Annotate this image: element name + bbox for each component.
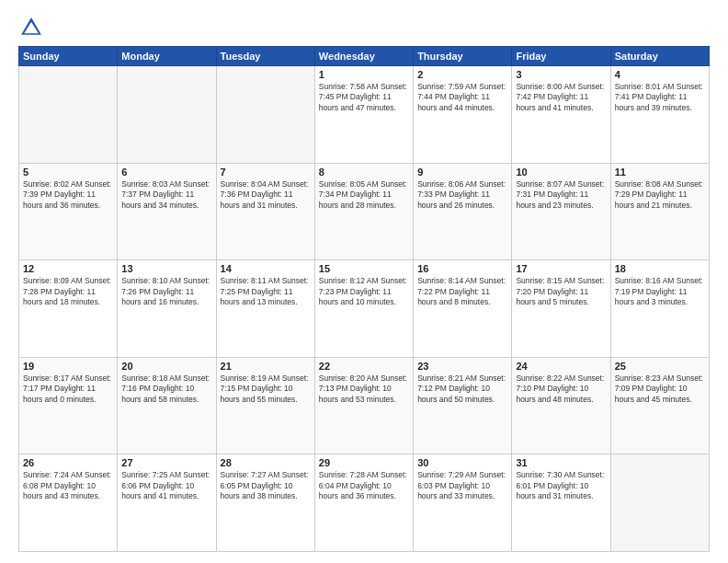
calendar-cell: 12Sunrise: 8:09 AM Sunset: 7:28 PM Dayli…: [19, 260, 118, 358]
day-number: 3: [516, 69, 606, 80]
day-info: Sunrise: 8:22 AM Sunset: 7:10 PM Dayligh…: [516, 373, 606, 405]
day-info: Sunrise: 7:29 AM Sunset: 6:03 PM Dayligh…: [417, 470, 507, 501]
day-info: Sunrise: 8:08 AM Sunset: 7:29 PM Dayligh…: [615, 179, 705, 211]
day-number: 27: [121, 457, 211, 468]
day-number: 13: [121, 263, 211, 274]
calendar-cell: 20Sunrise: 8:18 AM Sunset: 7:16 PM Dayli…: [118, 357, 216, 454]
day-info: Sunrise: 8:18 AM Sunset: 7:16 PM Dayligh…: [121, 373, 211, 405]
weekday-header-row: SundayMondayTuesdayWednesdayThursdayFrid…: [19, 47, 710, 66]
day-info: Sunrise: 8:01 AM Sunset: 7:41 PM Dayligh…: [615, 82, 705, 113]
day-info: Sunrise: 8:17 AM Sunset: 7:17 PM Dayligh…: [23, 373, 113, 405]
calendar-cell: 4Sunrise: 8:01 AM Sunset: 7:41 PM Daylig…: [610, 66, 709, 164]
calendar-week-row: 1Sunrise: 7:58 AM Sunset: 7:45 PM Daylig…: [19, 66, 710, 164]
day-info: Sunrise: 7:58 AM Sunset: 7:45 PM Dayligh…: [319, 82, 409, 113]
day-info: Sunrise: 8:20 AM Sunset: 7:13 PM Dayligh…: [319, 373, 409, 405]
calendar-cell: [19, 66, 118, 164]
day-number: 23: [417, 361, 507, 372]
day-info: Sunrise: 8:16 AM Sunset: 7:19 PM Dayligh…: [615, 276, 705, 307]
day-number: 1: [319, 69, 409, 80]
calendar-cell: 17Sunrise: 8:15 AM Sunset: 7:20 PM Dayli…: [512, 260, 610, 358]
day-number: 10: [516, 167, 606, 178]
calendar-cell: 13Sunrise: 8:10 AM Sunset: 7:26 PM Dayli…: [118, 260, 216, 358]
weekday-header-sunday: Sunday: [19, 47, 118, 66]
day-info: Sunrise: 8:05 AM Sunset: 7:34 PM Dayligh…: [319, 179, 409, 211]
calendar-table: SundayMondayTuesdayWednesdayThursdayFrid…: [18, 46, 710, 552]
day-number: 18: [615, 263, 705, 274]
day-number: 15: [319, 263, 409, 274]
calendar-week-row: 12Sunrise: 8:09 AM Sunset: 7:28 PM Dayli…: [19, 260, 710, 358]
weekday-header-thursday: Thursday: [414, 47, 512, 66]
day-number: 6: [121, 167, 211, 178]
calendar-week-row: 5Sunrise: 8:02 AM Sunset: 7:39 PM Daylig…: [19, 163, 710, 260]
day-number: 7: [221, 167, 311, 178]
day-number: 25: [615, 361, 705, 372]
day-info: Sunrise: 8:02 AM Sunset: 7:39 PM Dayligh…: [23, 179, 113, 211]
calendar-cell: [216, 66, 314, 164]
day-number: 12: [23, 263, 113, 274]
calendar-cell: 15Sunrise: 8:12 AM Sunset: 7:23 PM Dayli…: [314, 260, 413, 358]
day-info: Sunrise: 8:11 AM Sunset: 7:25 PM Dayligh…: [221, 276, 311, 307]
day-info: Sunrise: 8:10 AM Sunset: 7:26 PM Dayligh…: [121, 276, 211, 307]
calendar-cell: [118, 66, 216, 164]
calendar-cell: 10Sunrise: 8:07 AM Sunset: 7:31 PM Dayli…: [512, 163, 610, 260]
day-info: Sunrise: 8:07 AM Sunset: 7:31 PM Dayligh…: [516, 179, 606, 211]
day-number: 30: [417, 457, 507, 468]
day-number: 19: [23, 361, 113, 372]
calendar-cell: 19Sunrise: 8:17 AM Sunset: 7:17 PM Dayli…: [19, 357, 118, 454]
day-info: Sunrise: 8:06 AM Sunset: 7:33 PM Dayligh…: [417, 179, 507, 211]
calendar-cell: 8Sunrise: 8:05 AM Sunset: 7:34 PM Daylig…: [314, 163, 413, 260]
calendar-cell: 3Sunrise: 8:00 AM Sunset: 7:42 PM Daylig…: [512, 66, 610, 164]
calendar-cell: 26Sunrise: 7:24 AM Sunset: 6:08 PM Dayli…: [19, 454, 118, 552]
weekday-header-wednesday: Wednesday: [314, 47, 413, 66]
calendar-cell: 7Sunrise: 8:04 AM Sunset: 7:36 PM Daylig…: [216, 163, 314, 260]
day-number: 11: [615, 167, 705, 178]
day-info: Sunrise: 8:23 AM Sunset: 7:09 PM Dayligh…: [615, 373, 705, 405]
calendar-cell: 18Sunrise: 8:16 AM Sunset: 7:19 PM Dayli…: [610, 260, 709, 358]
day-number: 31: [516, 457, 606, 468]
calendar-cell: 14Sunrise: 8:11 AM Sunset: 7:25 PM Dayli…: [216, 260, 314, 358]
day-number: 14: [221, 263, 311, 274]
calendar-week-row: 26Sunrise: 7:24 AM Sunset: 6:08 PM Dayli…: [19, 454, 710, 552]
calendar-cell: 2Sunrise: 7:59 AM Sunset: 7:44 PM Daylig…: [414, 66, 512, 164]
day-info: Sunrise: 8:04 AM Sunset: 7:36 PM Dayligh…: [221, 179, 311, 211]
day-info: Sunrise: 8:15 AM Sunset: 7:20 PM Dayligh…: [516, 276, 606, 307]
calendar-cell: 16Sunrise: 8:14 AM Sunset: 7:22 PM Dayli…: [414, 260, 512, 358]
day-info: Sunrise: 8:14 AM Sunset: 7:22 PM Dayligh…: [417, 276, 507, 307]
calendar-cell: 6Sunrise: 8:03 AM Sunset: 7:37 PM Daylig…: [118, 163, 216, 260]
day-number: 5: [23, 167, 113, 178]
logo-icon: [18, 15, 44, 40]
calendar-cell: 31Sunrise: 7:30 AM Sunset: 6:01 PM Dayli…: [512, 454, 610, 552]
day-number: 24: [516, 361, 606, 372]
day-info: Sunrise: 7:59 AM Sunset: 7:44 PM Dayligh…: [417, 82, 507, 113]
day-number: 28: [221, 457, 311, 468]
day-number: 16: [417, 263, 507, 274]
day-info: Sunrise: 8:21 AM Sunset: 7:12 PM Dayligh…: [417, 373, 507, 405]
day-number: 2: [417, 69, 507, 80]
day-info: Sunrise: 8:03 AM Sunset: 7:37 PM Dayligh…: [121, 179, 211, 211]
day-info: Sunrise: 7:28 AM Sunset: 6:04 PM Dayligh…: [319, 470, 409, 501]
day-info: Sunrise: 8:00 AM Sunset: 7:42 PM Dayligh…: [516, 82, 606, 113]
calendar-cell: 21Sunrise: 8:19 AM Sunset: 7:15 PM Dayli…: [216, 357, 314, 454]
calendar-cell: 23Sunrise: 8:21 AM Sunset: 7:12 PM Dayli…: [414, 357, 512, 454]
calendar-cell: 29Sunrise: 7:28 AM Sunset: 6:04 PM Dayli…: [314, 454, 413, 552]
day-info: Sunrise: 7:27 AM Sunset: 6:05 PM Dayligh…: [221, 470, 311, 501]
day-number: 29: [319, 457, 409, 468]
calendar-cell: [610, 454, 709, 552]
calendar-cell: 11Sunrise: 8:08 AM Sunset: 7:29 PM Dayli…: [610, 163, 709, 260]
weekday-header-monday: Monday: [118, 47, 216, 66]
weekday-header-tuesday: Tuesday: [216, 47, 314, 66]
day-info: Sunrise: 7:30 AM Sunset: 6:01 PM Dayligh…: [516, 470, 606, 501]
calendar-cell: 27Sunrise: 7:25 AM Sunset: 6:06 PM Dayli…: [118, 454, 216, 552]
day-number: 9: [417, 167, 507, 178]
calendar-cell: 1Sunrise: 7:58 AM Sunset: 7:45 PM Daylig…: [314, 66, 413, 164]
day-number: 20: [121, 361, 211, 372]
day-info: Sunrise: 8:09 AM Sunset: 7:28 PM Dayligh…: [23, 276, 113, 307]
calendar-cell: 22Sunrise: 8:20 AM Sunset: 7:13 PM Dayli…: [314, 357, 413, 454]
day-info: Sunrise: 7:25 AM Sunset: 6:06 PM Dayligh…: [121, 470, 211, 501]
calendar-cell: 9Sunrise: 8:06 AM Sunset: 7:33 PM Daylig…: [414, 163, 512, 260]
day-info: Sunrise: 8:19 AM Sunset: 7:15 PM Dayligh…: [221, 373, 311, 405]
day-info: Sunrise: 8:12 AM Sunset: 7:23 PM Dayligh…: [319, 276, 409, 307]
day-number: 26: [23, 457, 113, 468]
header: [18, 15, 710, 40]
day-number: 21: [221, 361, 311, 372]
